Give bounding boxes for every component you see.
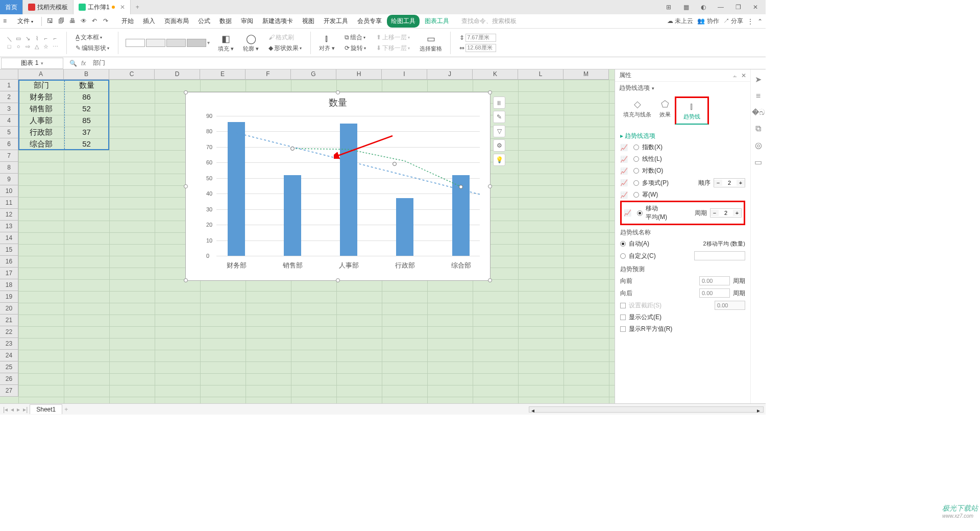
- cell[interactable]: 37: [64, 127, 109, 138]
- sheet-tab-1[interactable]: Sheet1: [30, 404, 62, 414]
- menu-icon[interactable]: ≡: [3, 17, 11, 26]
- opt-moving-average[interactable]: 📈 移动平均(M) 周期 −+: [620, 201, 745, 225]
- order-stepper[interactable]: −+: [714, 178, 745, 187]
- row-header[interactable]: 11: [0, 197, 18, 209]
- col-header[interactable]: J: [427, 69, 473, 79]
- ptab-effect[interactable]: ⬠效果: [655, 96, 675, 125]
- maximize-button[interactable]: ❐: [732, 4, 744, 11]
- fx-icon[interactable]: fx: [81, 60, 86, 67]
- opt-polynomial[interactable]: 📈多项式(P) 顺序 −+: [620, 177, 745, 189]
- chart-tips-button[interactable]: 💡: [493, 154, 505, 166]
- row-header[interactable]: 26: [0, 373, 18, 385]
- row-header[interactable]: 10: [0, 185, 18, 197]
- redo-icon[interactable]: ↷: [103, 17, 111, 26]
- tab-data[interactable]: 数据: [215, 15, 236, 28]
- row-header[interactable]: 4: [0, 115, 18, 127]
- row-header[interactable]: 2: [0, 91, 18, 103]
- chart-elements-button[interactable]: ⫼: [493, 96, 505, 109]
- row-header[interactable]: 12: [0, 209, 18, 221]
- sheet-nav-last[interactable]: ▸|: [22, 406, 29, 413]
- row-header[interactable]: 18: [0, 279, 18, 291]
- selection-pane-button[interactable]: ▭选择窗格: [416, 32, 445, 54]
- print-icon[interactable]: 🖶: [69, 17, 78, 26]
- show-equation[interactable]: 显示公式(E): [620, 311, 745, 323]
- opt-linear[interactable]: 📈线性(L): [620, 153, 745, 165]
- tab-workbook[interactable]: 工作簿1✕: [74, 0, 131, 14]
- cell[interactable]: 人事部: [18, 115, 64, 127]
- tab-charttools[interactable]: 图表工具: [421, 15, 453, 28]
- row-header[interactable]: 14: [0, 232, 18, 244]
- row-header[interactable]: 20: [0, 303, 18, 315]
- style-strip-icon[interactable]: �බ: [752, 108, 765, 117]
- forward-input[interactable]: [699, 276, 730, 285]
- fill-button[interactable]: ◧填充 ▾: [215, 32, 237, 54]
- cell[interactable]: 85: [64, 115, 109, 127]
- command-search[interactable]: 查找命令、搜索模板: [461, 17, 517, 26]
- h-scrollbar[interactable]: ◂▸: [529, 406, 764, 413]
- col-header[interactable]: G: [291, 69, 336, 79]
- ptab-trendline[interactable]: ⫿趋势线: [675, 96, 709, 125]
- cell[interactable]: 数量: [64, 80, 109, 91]
- tab-view[interactable]: 视图: [298, 15, 318, 28]
- row-header[interactable]: 5: [0, 127, 18, 138]
- apps-icon[interactable]: ▦: [680, 4, 692, 11]
- ptab-fill[interactable]: ◇填充与线条: [619, 96, 655, 125]
- sheet-nav-prev[interactable]: ◂: [10, 406, 15, 413]
- row-header[interactable]: 27: [0, 385, 18, 397]
- col-header[interactable]: K: [473, 69, 518, 79]
- row-header[interactable]: 16: [0, 256, 18, 268]
- cell[interactable]: 86: [64, 91, 109, 103]
- layout-icon[interactable]: ⊞: [663, 4, 675, 11]
- row-header[interactable]: 3: [0, 103, 18, 115]
- chart-bar[interactable]: [396, 198, 413, 256]
- custom-name-input[interactable]: [694, 251, 745, 260]
- row-header[interactable]: 19: [0, 291, 18, 303]
- close-panel-icon[interactable]: ✕: [741, 72, 746, 79]
- row-header[interactable]: 23: [0, 338, 18, 350]
- share-button[interactable]: ↗ 分享: [723, 17, 743, 26]
- chart-bar[interactable]: [284, 175, 301, 256]
- cell[interactable]: 52: [64, 138, 109, 150]
- opt-logarithmic[interactable]: 📈对数(O): [620, 165, 745, 177]
- opt-exponential[interactable]: 📈指数(X): [620, 141, 745, 153]
- file-menu[interactable]: 文件 ▾: [14, 16, 36, 27]
- opt-power[interactable]: 📈幂(W): [620, 189, 745, 201]
- row-header[interactable]: 1: [0, 80, 18, 91]
- undo-icon[interactable]: ↶: [92, 17, 100, 26]
- rotate-button[interactable]: ⟳ 旋转 ▾: [343, 43, 368, 53]
- height-field[interactable]: ⇕: [458, 33, 498, 42]
- tab-newtab[interactable]: 新建选项卡: [258, 15, 297, 28]
- chart-object[interactable]: 数量 0102030405060708090财务部销售部人事部行政部综合部 ⫼ …: [185, 92, 491, 281]
- spreadsheet[interactable]: ABCDEFGHIJKLM 12345678910111213141516171…: [0, 69, 615, 403]
- sheet-nav-first[interactable]: |◂: [2, 406, 9, 413]
- row-header[interactable]: 9: [0, 174, 18, 185]
- tab-formula[interactable]: 公式: [194, 15, 214, 28]
- object-strip-icon[interactable]: ◎: [755, 140, 762, 150]
- col-header[interactable]: I: [382, 69, 427, 79]
- sheet-nav-next[interactable]: ▸: [16, 406, 21, 413]
- edit-shape-button[interactable]: ✎ 编辑形状 ▾: [74, 43, 111, 53]
- style-gallery[interactable]: ▾: [124, 39, 212, 47]
- chart-bar[interactable]: [228, 122, 245, 256]
- minimize-button[interactable]: —: [715, 4, 727, 11]
- pin-icon[interactable]: ⫠: [732, 72, 738, 79]
- row-header[interactable]: 21: [0, 315, 18, 326]
- chart-filter-button[interactable]: ▽: [493, 125, 505, 137]
- shape-gallery[interactable]: ＼▭↘⌇⌐⌐ □○⇨△☆⋯: [5, 35, 59, 51]
- period-stepper[interactable]: −+: [710, 208, 742, 218]
- row-header[interactable]: 25: [0, 361, 18, 373]
- settings-strip-icon[interactable]: ≡: [756, 91, 761, 101]
- align-button[interactable]: ⫿对齐 ▾: [316, 32, 338, 53]
- collapse-ribbon-icon[interactable]: ⌃: [757, 18, 763, 25]
- select-all-corner[interactable]: [0, 69, 18, 80]
- user-icon[interactable]: ◐: [697, 4, 709, 11]
- col-header[interactable]: M: [564, 69, 609, 79]
- cancel-fx-icon[interactable]: 🔍: [69, 60, 77, 67]
- col-header[interactable]: E: [200, 69, 246, 79]
- tab-layout[interactable]: 页面布局: [160, 15, 193, 28]
- cell[interactable]: 52: [64, 103, 109, 115]
- cell[interactable]: 行政部: [18, 127, 64, 138]
- width-field[interactable]: ⇔: [458, 43, 498, 53]
- preview-icon[interactable]: 👁: [81, 17, 89, 26]
- col-header[interactable]: D: [155, 69, 200, 79]
